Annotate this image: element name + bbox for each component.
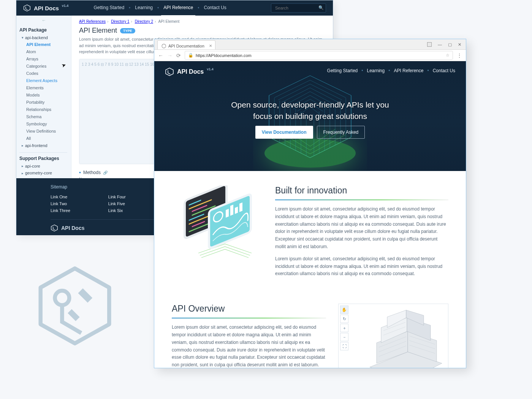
search-input[interactable]	[271, 3, 326, 13]
section-title: API Overview	[172, 304, 326, 314]
footer-link[interactable]: Link Four	[108, 193, 126, 200]
building-model-graphic	[358, 306, 446, 368]
svg-marker-6	[166, 68, 173, 76]
sidebar-item[interactable]: All	[19, 135, 71, 142]
footer-link[interactable]: Link Five	[108, 200, 126, 207]
user-icon[interactable]	[427, 42, 432, 47]
browser-window: ◯ API Documentation ✕ — ▢ ✕ ← → ⟳ 🔒 http…	[154, 39, 466, 368]
sidebar-root-api-frontend[interactable]: ▸api-frontend	[19, 142, 71, 149]
nav-api-reference[interactable]: API Reference	[394, 68, 423, 73]
sidebar-item[interactable]: Atom	[19, 49, 71, 56]
code-gutter: 1 2 3 4 5 6 ⊟ 7 8 9 10 11 ⊟ 12 13 14 15 …	[79, 59, 162, 164]
section-api-overview: API Overview Lorem ipsum dolor sit amet,…	[154, 297, 466, 368]
section-title: Built for innovation	[275, 185, 448, 196]
nav-api-reference[interactable]: API Reference	[161, 0, 195, 16]
sidebar-item-geometry-core[interactable]: ▸geometry-core	[19, 170, 71, 177]
footer-link[interactable]: Link Two	[51, 200, 70, 207]
sidebar: ⃔ API Package ▾api-backend API Element A…	[16, 16, 71, 178]
forward-icon[interactable]: →	[167, 52, 173, 59]
tab-close-icon[interactable]: ✕	[209, 44, 212, 48]
crumb[interactable]: API References	[79, 19, 106, 24]
minimize-icon[interactable]: —	[438, 42, 442, 47]
footer-link[interactable]: Link Three	[51, 207, 70, 214]
tab-title: API Documentation	[168, 44, 204, 48]
sidebar-collapse-icon[interactable]: ⃔	[19, 19, 71, 24]
hero-brand[interactable]: API Docs v1.4	[165, 67, 214, 76]
svg-marker-0	[41, 268, 109, 343]
sidebar-root-api-backend[interactable]: ▾api-backend	[19, 34, 71, 41]
section-built-for-innovation: Built for innovation Lorem ipsum dolor s…	[154, 171, 466, 297]
svg-marker-2	[24, 5, 30, 11]
maximize-icon[interactable]: ▢	[448, 42, 452, 47]
zoom-out-icon[interactable]: －	[340, 333, 348, 341]
footer-link[interactable]: Link One	[51, 193, 70, 200]
brand-name: API Docs	[34, 5, 59, 11]
svg-rect-21	[239, 203, 242, 212]
sidebar-item[interactable]: Models	[19, 92, 71, 99]
brand[interactable]: API Docs v1.4	[23, 4, 68, 12]
fullscreen-icon[interactable]: ⛶	[340, 342, 348, 350]
sidebar-heading-support: Support Packages	[19, 156, 71, 161]
chevron-down-icon: ▾	[22, 35, 24, 40]
3d-viewer[interactable]: ✋ ↻ ＋ － ⛶	[338, 304, 448, 368]
sidebar-item[interactable]: Relationships	[19, 106, 71, 113]
close-icon[interactable]: ✕	[458, 42, 461, 47]
brand-hex-icon	[51, 224, 58, 232]
nav-learning[interactable]: Learning	[133, 0, 155, 16]
crumb-current: API Element	[158, 19, 180, 24]
hero: API Docs v1.4 Getting Started• Learning•…	[154, 61, 466, 171]
browser-tabstrip: ◯ API Documentation ✕ — ▢ ✕	[154, 39, 466, 50]
nav-learning[interactable]: Learning	[367, 68, 385, 73]
sidebar-heading-api-package: API Package	[19, 27, 71, 33]
code-dashboard-illustration	[172, 185, 263, 261]
sidebar-item[interactable]: Symbology	[19, 120, 71, 128]
chevron-right-icon: ▸	[22, 171, 24, 176]
crumb[interactable]: Directory 1	[111, 19, 129, 24]
brand-hex-watermark	[35, 266, 115, 346]
sidebar-item[interactable]: View Definitions	[19, 128, 71, 135]
hero-nav: Getting Started• Learning• API Reference…	[327, 68, 455, 73]
address-bar[interactable]: 🔒 https://APIdocumentation.com ☆	[185, 51, 453, 60]
hero-buttons: View Documentation Frequently Asked	[154, 126, 466, 139]
accent-rule	[172, 318, 326, 318]
section-paragraph: Lorem ipsum dolor sit amet, consectetur …	[275, 206, 448, 251]
anchor-link-icon[interactable]: 🔗	[103, 171, 108, 175]
sidebar-item-api-core[interactable]: ▸api-core	[19, 163, 71, 170]
bookmark-star-icon[interactable]: ☆	[446, 53, 450, 58]
view-documentation-button[interactable]: View Documentation	[255, 126, 313, 139]
sidebar-item[interactable]: Codes	[19, 70, 71, 78]
nav-contact[interactable]: Contact Us	[201, 0, 228, 16]
url-text: https://APIdocumentation.com	[196, 53, 252, 58]
hero-copy: Open source, developer-friendly APIs let…	[154, 99, 466, 122]
back-icon[interactable]: ←	[158, 52, 163, 59]
nav-contact[interactable]: Contact Us	[433, 68, 455, 73]
faq-button[interactable]: Frequently Asked	[317, 126, 365, 139]
sidebar-item[interactable]: Schema	[19, 113, 71, 120]
section-paragraph: Lorem ipsum dolor sit amet, consectetur …	[275, 255, 448, 278]
svg-rect-20	[235, 207, 238, 214]
primary-nav: Getting Started• Learning• API Reference…	[91, 0, 228, 16]
sidebar-item-element-aspects[interactable]: Element Aspects	[19, 78, 71, 85]
reload-icon[interactable]: ⟳	[176, 52, 181, 59]
search: 🔍	[271, 3, 326, 13]
site-content: API Docs v1.4 Getting Started• Learning•…	[154, 61, 466, 368]
brand-version: v1.4	[62, 4, 69, 8]
tab-favicon-icon: ◯	[162, 43, 166, 48]
chevron-right-icon: ▸	[22, 164, 24, 169]
viewer-toolbar: ✋ ↻ ＋ － ⛶	[340, 306, 348, 350]
pan-tool-icon[interactable]: ✋	[340, 306, 348, 314]
sidebar-item[interactable]: Portability	[19, 99, 71, 106]
browser-tab[interactable]: ◯ API Documentation ✕	[157, 40, 215, 49]
menu-icon[interactable]: ⋮	[457, 52, 462, 59]
sidebar-item-api-element[interactable]: API Element	[19, 41, 71, 49]
svg-point-4	[264, 139, 356, 168]
nav-getting-started[interactable]: Getting Started	[327, 68, 358, 73]
nav-getting-started[interactable]: Getting Started	[91, 0, 127, 16]
footer-link[interactable]: Link Six	[108, 207, 126, 214]
zoom-in-icon[interactable]: ＋	[340, 324, 348, 332]
sidebar-item[interactable]: Elements	[19, 85, 71, 92]
rotate-tool-icon[interactable]: ↻	[340, 315, 348, 323]
svg-point-1	[55, 291, 70, 305]
search-icon[interactable]: 🔍	[318, 5, 324, 10]
crumb[interactable]: Directory 2	[135, 19, 153, 24]
